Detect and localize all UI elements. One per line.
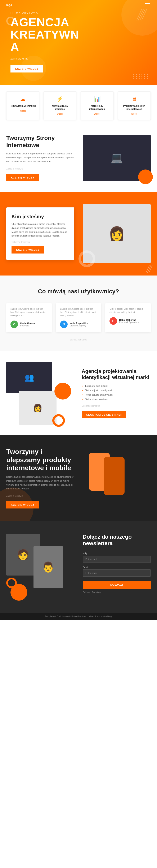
testimonial-text: Sample text. Click to select this text b…: [60, 307, 97, 317]
web-section: Tworzymy Strony Internetowe Duis aute ir…: [0, 124, 157, 192]
author-role: Kierownik Sprzedaży: [119, 321, 138, 323]
checklist-item: Lotus orci duis aliquet.: [82, 385, 151, 388]
footer: Sample text. Click to select this text b…: [0, 613, 157, 620]
feature-icon: ☁: [10, 96, 36, 102]
who-cta-button[interactable]: KCZ SIĘ WIĘCEJ: [11, 246, 44, 253]
author-avatar: N: [60, 320, 68, 328]
brand-text-block: Agencja projektowania identyfikacji wizu…: [82, 368, 151, 418]
form-input-1[interactable]: [83, 569, 151, 577]
newsletter-fields: Imię Email: [83, 552, 151, 577]
hero-lines-decoration: [139, 8, 145, 21]
feature-icon: 🖥: [121, 96, 148, 102]
testimonials-link[interactable]: Zajrze z Tematyką: [70, 339, 87, 341]
author-info: Natia Reynoldica Główny Księgowy: [70, 322, 88, 327]
web-paragraph: Duis aute irure dolor in reprehenderit i…: [6, 152, 74, 163]
brand-image-1: 👥: [6, 362, 52, 393]
feature-link[interactable]: więcej: [131, 113, 137, 115]
hamburger-menu[interactable]: [145, 2, 151, 7]
author-name: Babie Robertas: [119, 319, 138, 321]
mobile-link[interactable]: Zajrze z Tematyką: [6, 495, 23, 497]
hamburger-line-1: [145, 3, 150, 4]
brand-link-line: Odkierz z Tematyką: [82, 405, 151, 407]
testimonials-section: Co mówią nasi użytkownicy? sample text. …: [0, 276, 157, 351]
hero-title: AGENCJA KREATYWN A: [10, 16, 86, 53]
brand-image-2: 👩: [19, 391, 57, 425]
author-avatar: C: [10, 320, 18, 328]
web-title: Tworzymy Strony Internetowe: [6, 134, 74, 149]
feature-card: ☁ Rozwiązania w chmurze więcej: [6, 91, 39, 120]
person-image-2: 👨: [33, 546, 63, 588]
testimonials-grid: sample text. Click to select this text b…: [6, 303, 151, 332]
web-image-box: [83, 135, 151, 181]
testimonial-author: N Natia Reynoldica Główny Księgowy: [60, 320, 97, 328]
author-info: Carla Almeda Sekretarz: [20, 322, 35, 327]
who-image-block: 👩: [83, 204, 151, 263]
form-group: Imię: [83, 552, 151, 563]
web-link-line: Zajrze z Tematyką: [6, 167, 74, 170]
logo: logo: [6, 3, 12, 6]
web-text-block: Tworzymy Strony Internetowe Duis aute ir…: [6, 134, 74, 181]
newsletter-people-block: 🧑 👨: [6, 534, 74, 601]
author-name: Natia Reynoldica: [70, 322, 88, 324]
feature-title: Rozwiązania w chmurze: [10, 104, 36, 107]
hamburger-line-2: [145, 5, 150, 5]
newsletter-link[interactable]: Odkierz z Tematyką: [83, 591, 101, 593]
who-link-line: Odkierz z Tematyką: [11, 241, 69, 243]
feature-title: marketingu internetowego: [84, 104, 110, 111]
form-input-0[interactable]: [83, 556, 151, 563]
newsletter-form-block: Dołącz do naszego newslettera Imię Email…: [83, 534, 151, 593]
hero-subtitle: FIRMA OBOTOWA: [10, 11, 86, 14]
brand-images-block: 👥 👩: [6, 362, 75, 425]
author-role: Główny Księgowy: [70, 324, 88, 327]
mobile-title: Tworzymy i ulepszamy produkty internetow…: [6, 448, 74, 472]
phone-shape-2: [104, 457, 125, 495]
brand-cta-button[interactable]: SKONTAKTUJ SIĘ Z NAMI: [82, 411, 126, 418]
feature-card: 📊 marketingu internetowego więcej: [81, 91, 114, 120]
mobile-paragraph: Dolor sit amet, consectetur adipiscing e…: [6, 475, 74, 491]
hero-section: logo FIRMA OBOTOWA AGENCJA KREATYWN A Za…: [0, 0, 157, 85]
testimonial-author: C Carla Almeda Sekretarz: [10, 320, 48, 328]
feature-title: Projektowanie stron internetowych: [121, 104, 148, 111]
who-card: Kim jesteśmy Ut et aliquet pouco a amet …: [6, 208, 74, 260]
brand-circle-outline: [52, 414, 65, 427]
form-label-0: Imię: [83, 552, 151, 555]
testimonial-card: Click to select. Click again or double c…: [105, 303, 151, 332]
who-circle-decoration: [78, 250, 95, 267]
feature-card: 🖥 Projektowanie stron internetowych więc…: [118, 91, 151, 120]
hamburger-line-3: [145, 6, 150, 6]
feature-link[interactable]: więcej: [57, 113, 63, 115]
feature-title: Optymalizacja prędkości: [47, 104, 73, 111]
newsletter-submit-button[interactable]: DOŁĄCZ!: [83, 581, 151, 589]
brand-title: Agencja projektowania identyfikacji wizu…: [82, 368, 151, 380]
testimonials-title: Co mówią nasi użytkownicy?: [6, 288, 151, 295]
testimonial-card: sample text. Click to select this text b…: [6, 303, 52, 332]
testimonial-text: sample text. Click to select this text b…: [10, 307, 48, 317]
web-cta-button[interactable]: KCZ SIĘ WIĘCEJ: [6, 174, 39, 181]
author-name: Carla Almeda: [20, 322, 35, 324]
mobile-text-block: Tworzymy i ulepszamy produkty internetow…: [6, 448, 74, 508]
mobile-section: Tworzymy i ulepszamy produkty internetow…: [0, 435, 157, 521]
who-link[interactable]: Odkierz z Tematyką: [11, 241, 30, 243]
features-section: ☁ Rozwiązania w chmurze więcej ⚡ Optymal…: [0, 85, 157, 124]
brand-section: 👥 👩 Agencja projektowania identyfikacji …: [0, 351, 157, 435]
footer-text: Sample text. Click to select this text b…: [6, 615, 151, 618]
brand-link[interactable]: Odkierz z Tematyką: [82, 405, 100, 407]
feature-link[interactable]: więcej: [20, 110, 26, 112]
checklist-item: Tortor et justo ortra hyta sit.: [82, 389, 151, 392]
mobile-phones-block: [83, 449, 151, 507]
web-link[interactable]: Zajrze z Tematyką: [6, 167, 23, 170]
testimonial-card: Sample text. Click to select this text b…: [56, 303, 101, 332]
mobile-cta-button[interactable]: KCZ SIĘ WIĘCEJ: [6, 501, 39, 508]
hero-circle-decoration: [6, 17, 14, 25]
feature-link[interactable]: więcej: [94, 113, 100, 115]
form-label-1: Email: [83, 566, 151, 568]
who-paragraph: Ut et aliquet pouco a amet luctus venena…: [11, 222, 69, 238]
author-info: Babie Robertas Kierownik Sprzedaży: [119, 319, 138, 323]
navbar: logo: [0, 0, 157, 10]
newsletter-title: Dołącz do naszego newslettera: [83, 534, 151, 547]
author-avatar: B: [109, 317, 117, 325]
form-group: Email: [83, 566, 151, 577]
testimonials-link-line: Zajrze z Tematyką: [6, 339, 151, 341]
hero-cta-button[interactable]: KCZ SIĘ WIĘCEJ: [10, 65, 43, 72]
web-image-badge: [138, 169, 153, 184]
